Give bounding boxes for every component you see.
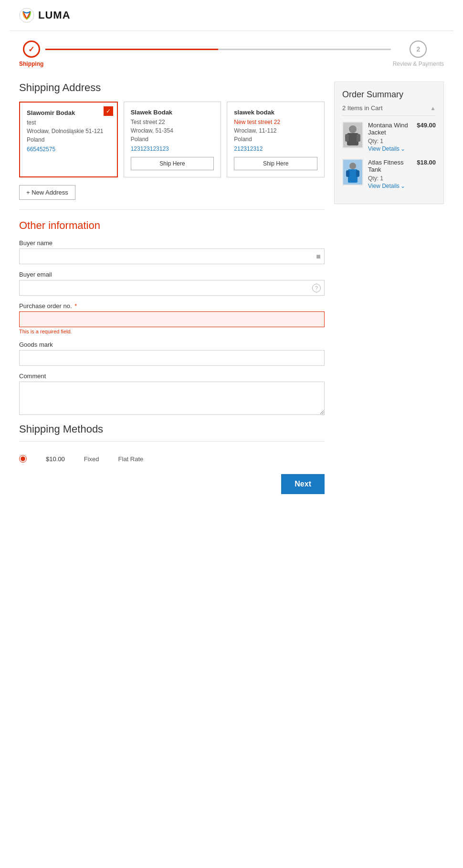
- main-content: Shipping Address ✓ Slawomir Bodak test W…: [10, 72, 453, 504]
- logo: LUMA: [19, 8, 71, 23]
- order-item-0: Montana Wind Jacket $49.00 Qty: 1 View D…: [342, 122, 436, 152]
- divider-2: [19, 441, 325, 442]
- logo-icon: [19, 8, 34, 23]
- form-actions: Next: [19, 474, 325, 494]
- address-line-2-0: New test street 22: [234, 118, 317, 126]
- address-name-2: slawek bodak: [234, 109, 317, 116]
- address-phone-0: 665452575: [27, 146, 110, 153]
- shipping-methods-title: Shipping Methods: [19, 423, 325, 435]
- address-name-0: Slawomir Bodak: [27, 109, 110, 116]
- svg-point-7: [349, 163, 356, 169]
- new-address-button[interactable]: + New Address: [19, 185, 75, 200]
- step-review-label: Review & Payments: [393, 61, 444, 67]
- address-line-0-0: test: [27, 118, 110, 127]
- purchase-order-input[interactable]: [19, 311, 325, 327]
- order-item-name-0: Montana Wind Jacket: [368, 122, 417, 136]
- address-card-0[interactable]: ✓ Slawomir Bodak test Wrocław, Dolnośląs…: [19, 102, 118, 177]
- comment-label: Comment: [19, 372, 325, 380]
- address-line-1-2: Poland: [131, 135, 214, 144]
- order-item-price-0: $49.00: [417, 122, 436, 129]
- goods-mark-input[interactable]: [19, 350, 325, 366]
- address-line-1-1: Wrocław, 51-354: [131, 126, 214, 135]
- order-summary-subtitle: 2 Items in Cart ▲: [342, 104, 436, 116]
- buyer-email-wrapper: ?: [19, 280, 325, 296]
- order-item-img-1: [342, 159, 363, 186]
- order-summary-title: Order Summary: [342, 90, 436, 100]
- svg-rect-10: [356, 170, 359, 177]
- buyer-email-group: Buyer email ?: [19, 271, 325, 296]
- svg-rect-5: [357, 134, 360, 142]
- address-line-1-0: Test street 22: [131, 118, 214, 126]
- shipping-price-0: $10.00: [46, 455, 65, 463]
- header: LUMA: [10, 0, 453, 31]
- order-item-row-0: Montana Wind Jacket $49.00: [368, 122, 436, 137]
- order-item-qty-0: Qty: 1: [368, 138, 436, 145]
- ship-here-button-2[interactable]: Ship Here: [234, 157, 317, 170]
- step-connector: [45, 49, 390, 50]
- step-shipping-label: Shipping: [19, 61, 43, 67]
- step-review: 2 Review & Payments: [393, 41, 444, 67]
- buyer-name-input[interactable]: [19, 248, 325, 264]
- order-item-1: Atlas Fitness Tank $18.00 Qty: 1 View De…: [342, 159, 436, 189]
- shipping-type-0: Fixed: [84, 455, 99, 463]
- collapse-icon[interactable]: ▲: [430, 105, 436, 112]
- address-line-2-2: Poland: [234, 135, 317, 144]
- svg-rect-4: [345, 134, 349, 142]
- goods-mark-label: Goods mark: [19, 341, 325, 348]
- ship-here-button-1[interactable]: Ship Here: [131, 157, 214, 170]
- order-item-img-0: [342, 122, 363, 148]
- step-shipping-circle: [23, 41, 40, 58]
- next-button[interactable]: Next: [281, 474, 325, 494]
- comment-group: Comment: [19, 372, 325, 416]
- other-information-title: Other information: [19, 219, 325, 232]
- cart-count: 2 Items in Cart: [342, 104, 383, 112]
- address-cards: ✓ Slawomir Bodak test Wrocław, Dolnośląs…: [19, 102, 325, 177]
- address-phone-2: 212312312: [234, 145, 317, 152]
- address-line-0-1: Wrocław, Dolnośląskie 51-121: [27, 127, 110, 135]
- svg-point-0: [20, 8, 34, 22]
- selected-check-icon: ✓: [104, 106, 113, 116]
- divider-1: [19, 209, 325, 210]
- checkout-form: Shipping Address ✓ Slawomir Bodak test W…: [19, 82, 325, 494]
- shipping-address-title: Shipping Address: [19, 82, 325, 94]
- address-name-1: Slawek Bodak: [131, 109, 214, 116]
- order-item-details-1[interactable]: View Details ⌄: [368, 183, 436, 189]
- order-item-qty-1: Qty: 1: [368, 175, 436, 182]
- logo-text: LUMA: [38, 9, 71, 21]
- order-item-details-0[interactable]: View Details ⌄: [368, 145, 436, 152]
- order-item-name-1: Atlas Fitness Tank: [368, 159, 417, 173]
- address-card-1[interactable]: Slawek Bodak Test street 22 Wrocław, 51-…: [124, 102, 221, 177]
- shipping-name-0: Flat Rate: [118, 455, 144, 463]
- address-card-2[interactable]: slawek bodak New test street 22 Wroclaw,…: [227, 102, 325, 177]
- address-line-0-2: Poland: [27, 135, 110, 144]
- address-phone-1: 123123123123: [131, 145, 214, 152]
- purchase-order-error: This is a required field.: [19, 329, 325, 334]
- order-summary-panel: Order Summary 2 Items in Cart ▲: [334, 82, 444, 204]
- step-shipping: Shipping: [19, 41, 43, 67]
- shipping-method-row-0: $10.00 Fixed Flat Rate: [19, 451, 325, 466]
- buyer-name-wrapper: ■: [19, 248, 325, 264]
- svg-point-2: [349, 125, 357, 133]
- comment-input[interactable]: [19, 382, 325, 415]
- order-item-info-1: Atlas Fitness Tank $18.00 Qty: 1 View De…: [368, 159, 436, 189]
- purchase-order-label: Purchase order no. *: [19, 302, 325, 310]
- goods-mark-group: Goods mark: [19, 341, 325, 366]
- progress-bar: Shipping 2 Review & Payments: [10, 31, 453, 72]
- buyer-name-label: Buyer name: [19, 239, 325, 247]
- svg-rect-8: [348, 169, 358, 183]
- address-line-2-1: Wroclaw, 11-112: [234, 126, 317, 135]
- buyer-email-label: Buyer email: [19, 271, 325, 278]
- order-item-price-1: $18.00: [417, 159, 436, 166]
- purchase-order-group: Purchase order no. * This is a required …: [19, 302, 325, 334]
- order-item-info-0: Montana Wind Jacket $49.00 Qty: 1 View D…: [368, 122, 436, 152]
- buyer-name-group: Buyer name ■: [19, 239, 325, 264]
- calendar-icon: ■: [316, 252, 321, 261]
- step-review-circle: 2: [410, 41, 427, 58]
- svg-rect-9: [346, 170, 349, 177]
- order-item-row-1: Atlas Fitness Tank $18.00: [368, 159, 436, 174]
- buyer-email-input[interactable]: [19, 280, 325, 296]
- shipping-method-radio-0[interactable]: [19, 455, 27, 463]
- help-icon: ?: [312, 284, 321, 292]
